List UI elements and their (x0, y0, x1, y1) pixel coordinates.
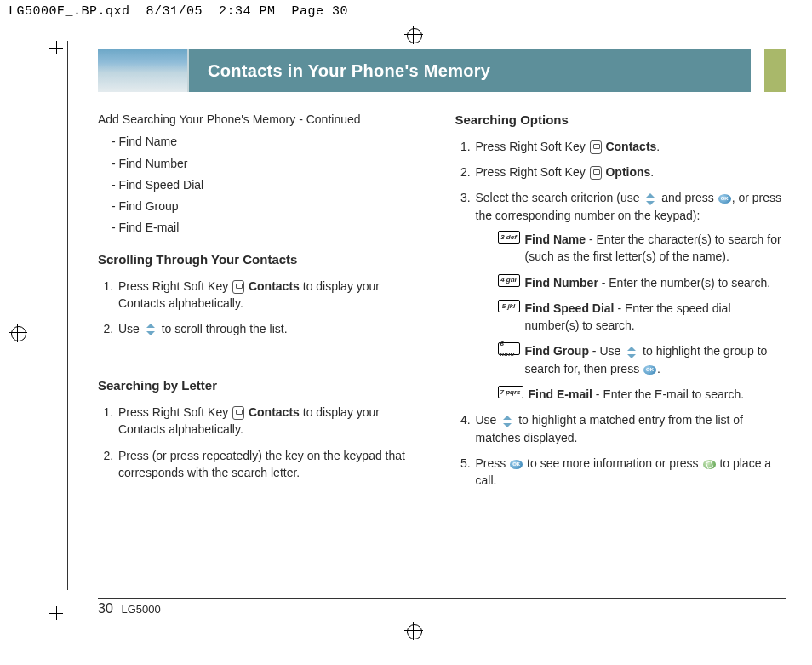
label: Find Number (525, 276, 598, 290)
header-gap (751, 49, 764, 92)
list-item: - Find Number (112, 155, 430, 172)
keypad-6-icon: 6 mno (498, 342, 520, 355)
print-slug: LG5000E_.BP.qxd 8/31/05 2:34 PM Page 30 (9, 4, 348, 19)
text: . (650, 165, 654, 179)
label: Find Name (525, 232, 586, 246)
send-icon (703, 460, 716, 469)
text: to highlight a matched entry from the li… (476, 413, 744, 444)
list-item: Use to scroll through the list. (117, 320, 430, 337)
crop-mark-tl (49, 41, 75, 66)
margin-rule (67, 41, 68, 590)
ok-icon: OK (643, 365, 656, 375)
softkey-icon (590, 166, 602, 180)
list-item: - Find Name (112, 133, 430, 150)
reg-mark-left (9, 324, 27, 342)
list-item: Use to highlight a matched entry from th… (474, 411, 787, 446)
reg-mark-top (404, 26, 423, 44)
search-options-steps: Press Right Soft Key Contacts. Press Rig… (455, 138, 787, 490)
continued-line: Add Searching Your Phone's Memory - Cont… (98, 111, 430, 128)
nav-icon (625, 347, 638, 358)
search-letter-steps: Press Right Soft Key Contacts to display… (98, 404, 430, 481)
find-methods-list: - Find Name - Find Number - Find Speed D… (98, 133, 430, 236)
text: Press Right Soft Key (118, 405, 232, 419)
contacts-label: Contacts (249, 279, 300, 293)
text: - Enter the E-mail to search. (592, 387, 744, 401)
list-item: Press Right Soft Key Contacts. (474, 138, 787, 155)
text: and press (658, 191, 717, 204)
list-item: - Find E-mail (112, 219, 430, 236)
text: Use (118, 322, 143, 335)
text: Select the search criterion (use (476, 191, 643, 204)
softkey-icon (232, 406, 244, 420)
text: Press Right Soft Key (476, 140, 589, 153)
text: to scroll through the list. (162, 322, 288, 335)
list-item: Press Right Soft Key Contacts to display… (117, 278, 430, 312)
label: Find Speed Dial (525, 301, 615, 315)
heading-search-letter: Searching by Letter (98, 376, 430, 395)
page-number: 30 (98, 601, 113, 616)
contacts-label: Contacts (249, 405, 300, 419)
options-label: Options (605, 165, 650, 179)
nav-icon (643, 194, 657, 204)
reg-mark-bottom (404, 622, 423, 640)
list-item: Press Right Soft Key Contacts to display… (117, 404, 430, 439)
contacts-label: Contacts (605, 140, 656, 153)
footer-rule (98, 598, 786, 599)
text: - Use (589, 344, 624, 358)
text: - Enter the number(s) to search. (598, 276, 770, 290)
criterion-find-number: 4 ghi Find Number - Enter the number(s) … (498, 274, 787, 291)
list-item: - Find Group (112, 198, 430, 215)
criterion-find-speed-dial: 5 jkl Find Speed Dial - Enter the speed … (498, 300, 787, 335)
header-accent (764, 49, 786, 92)
footer: 30 LG5000 (98, 601, 161, 616)
content-area: Contacts in Your Phone's Memory Add Sear… (98, 49, 786, 616)
criterion-find-name: 3 def Find Name - Enter the character(s)… (498, 231, 787, 266)
criterion-find-group: 6 mno Find Group - Use to highlight the … (498, 342, 787, 377)
list-item: Select the search criterion (use and pre… (474, 189, 787, 403)
heading-scrolling: Scrolling Through Your Contacts (98, 250, 430, 269)
header-titlebar: Contacts in Your Phone's Memory (189, 49, 751, 92)
text: Press Right Soft Key (476, 165, 589, 179)
list-item: Press (or press repeatedly) the key on t… (117, 447, 430, 482)
left-column: Add Searching Your Phone's Memory - Cont… (98, 111, 430, 502)
label: Find E-mail (529, 387, 592, 401)
list-item: - Find Speed Dial (112, 176, 430, 193)
model-name: LG5000 (121, 603, 160, 616)
softkey-icon (232, 280, 244, 294)
nav-icon (144, 324, 157, 335)
ok-icon: OK (718, 194, 731, 204)
header-bar: Contacts in Your Phone's Memory (98, 49, 786, 92)
text: . (657, 362, 660, 375)
crop-mark-bl (49, 613, 75, 639)
label: Find Group (525, 344, 589, 358)
text: Press Right Soft Key (118, 279, 232, 293)
list-item: Press OK to see more information or pres… (474, 455, 787, 490)
nav-icon (500, 416, 514, 427)
keypad-5-icon: 5 jkl (498, 300, 520, 312)
text: . (656, 140, 660, 153)
text: Press (476, 456, 510, 470)
keypad-3-icon: 3 def (498, 231, 520, 244)
text: to see more information or press (523, 456, 701, 470)
softkey-icon (590, 140, 602, 154)
header-title: Contacts in Your Phone's Memory (208, 61, 490, 81)
header-thumbnail (98, 49, 189, 92)
heading-search-options: Searching Options (455, 111, 787, 129)
right-column: Searching Options Press Right Soft Key C… (455, 111, 787, 502)
keypad-4-icon: 4 ghi (498, 274, 520, 287)
text: Use (476, 413, 500, 427)
keypad-7-icon: 7 pqrs (498, 386, 523, 398)
scrolling-steps: Press Right Soft Key Contacts to display… (98, 278, 430, 338)
page: LG5000E_.BP.qxd 8/31/05 2:34 PM Page 30 … (0, 0, 812, 665)
criterion-find-email: 7 pqrs Find E-mail - Enter the E-mail to… (498, 386, 787, 403)
ok-icon: OK (510, 460, 523, 469)
list-item: Press Right Soft Key Options. (474, 163, 787, 181)
